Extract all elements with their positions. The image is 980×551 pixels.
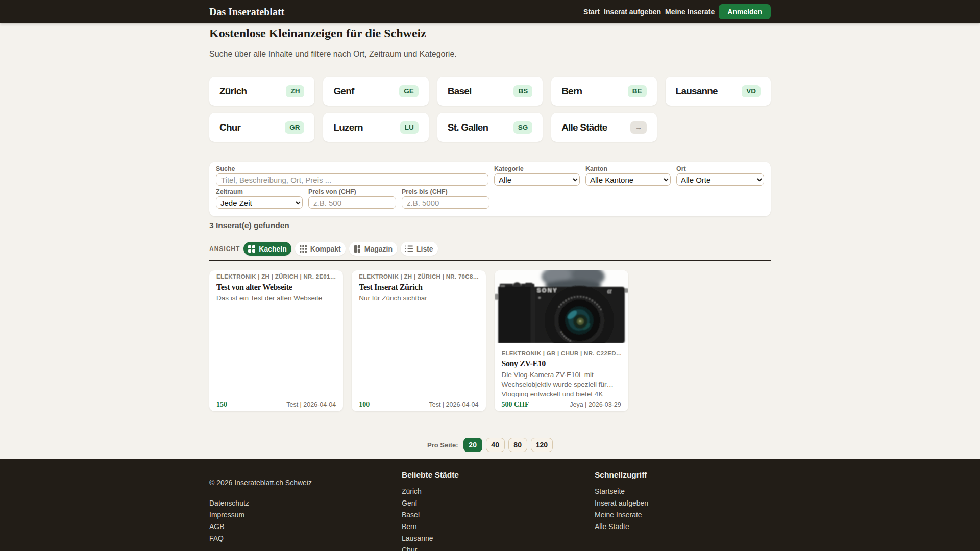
svg-text:SONY: SONY xyxy=(537,287,558,293)
svg-text:α: α xyxy=(607,286,612,295)
